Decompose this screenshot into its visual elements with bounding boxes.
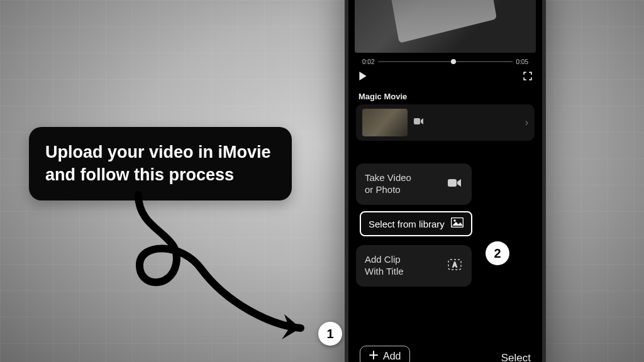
play-icon[interactable]	[358, 72, 367, 82]
step-2-number: 2	[494, 246, 501, 261]
select-from-library-label: Select from library	[369, 219, 445, 229]
timeline[interactable]: 0:02 0:05	[358, 55, 532, 68]
svg-text:A: A	[453, 261, 457, 268]
section-title: Magic Movie	[358, 92, 407, 101]
video-preview[interactable]	[355, 0, 536, 53]
svg-rect-1	[448, 179, 457, 187]
fullscreen-icon[interactable]	[523, 72, 532, 82]
picture-icon	[451, 217, 464, 230]
clip-meta	[414, 118, 525, 128]
take-label-l2: or Photo	[365, 184, 411, 196]
video-camera-icon	[414, 118, 525, 128]
step-1-number: 1	[326, 327, 333, 341]
select-from-library-button[interactable]: Select from library	[360, 211, 472, 236]
step-badge-1: 1	[318, 322, 342, 346]
plus-icon	[369, 351, 378, 362]
title-label-l2: With Title	[365, 266, 404, 278]
timeline-track[interactable]	[378, 61, 512, 62]
add-clip-with-title-button[interactable]: Add Clip With Title A	[356, 245, 472, 287]
phone-screen: 0:02 0:05 Magic Movie	[348, 0, 542, 362]
select-label: Select	[501, 352, 531, 362]
time-total: 0:05	[513, 58, 532, 65]
take-video-photo-button[interactable]: Take Video or Photo	[356, 163, 472, 205]
svg-rect-2	[451, 218, 463, 228]
instruction-text: Upload your video in iMovie and follow t…	[45, 143, 271, 184]
video-camera-icon	[447, 178, 463, 191]
add-button[interactable]: Add	[360, 346, 410, 362]
phone-frame: 0:02 0:05 Magic Movie	[345, 0, 546, 362]
add-label: Add	[383, 351, 401, 362]
timeline-thumb[interactable]	[451, 59, 456, 64]
chevron-right-icon: ›	[525, 117, 528, 128]
pointer-arrow	[101, 189, 327, 352]
step-badge-2: 2	[486, 241, 509, 265]
svg-rect-0	[414, 118, 420, 124]
clip-row[interactable]: ›	[356, 104, 535, 141]
time-elapsed: 0:02	[358, 58, 378, 65]
title-label-l1: Add Clip	[365, 254, 404, 266]
take-label-l1: Take Video	[365, 172, 411, 184]
instruction-callout: Upload your video in iMovie and follow t…	[29, 127, 292, 200]
select-button[interactable]: Select	[501, 352, 531, 362]
title-frame-icon: A	[447, 259, 463, 273]
svg-point-3	[453, 219, 456, 222]
preview-thumbnail	[389, 0, 497, 43]
clip-thumbnail	[362, 109, 408, 136]
